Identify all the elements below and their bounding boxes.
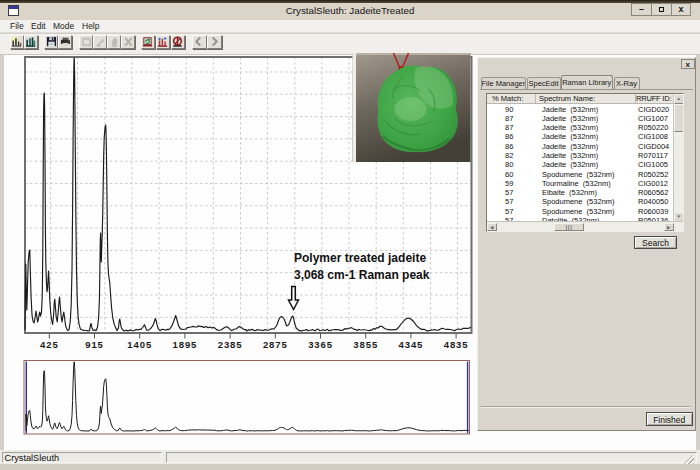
svg-text:2385: 2385 (218, 339, 243, 350)
svg-text:3365: 3365 (308, 339, 333, 350)
svg-text:1405: 1405 (127, 339, 152, 350)
svg-text:915: 915 (85, 339, 104, 350)
svg-text:4835: 4835 (444, 339, 469, 350)
svg-text:4345: 4345 (399, 339, 424, 350)
svg-text:2875: 2875 (263, 339, 288, 350)
svg-text:Polymer treated jadeite: Polymer treated jadeite (294, 251, 426, 265)
svg-text:425: 425 (40, 339, 59, 350)
svg-text:3,068 cm-1 Raman peak: 3,068 cm-1 Raman peak (294, 268, 430, 282)
svg-text:1895: 1895 (173, 339, 198, 350)
svg-text:3855: 3855 (353, 339, 378, 350)
